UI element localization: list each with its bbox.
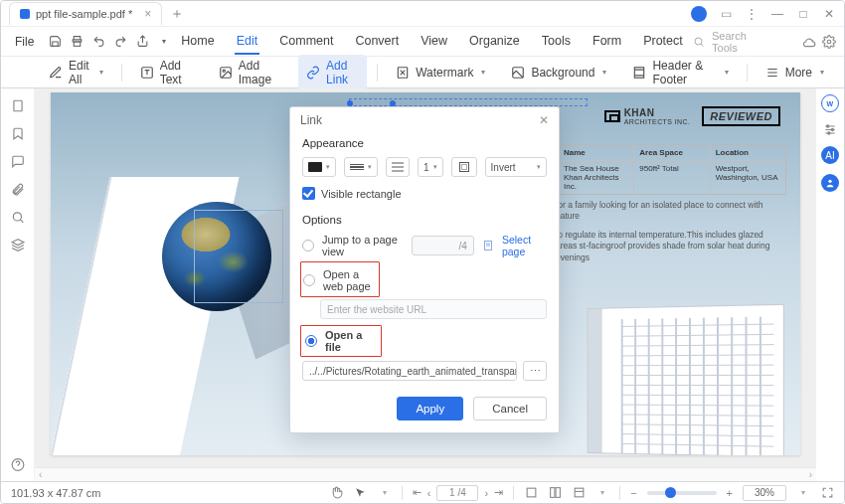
page-number-input[interactable]: /4 bbox=[412, 236, 474, 255]
fit-width-icon[interactable] bbox=[524, 486, 538, 500]
zoom-in-icon[interactable]: + bbox=[727, 487, 733, 499]
document-tab[interactable]: ppt file-sample.pdf * × bbox=[9, 2, 162, 25]
minimize-button[interactable]: — bbox=[770, 7, 784, 21]
hand-tool-icon[interactable] bbox=[330, 486, 344, 500]
help-icon[interactable] bbox=[11, 457, 25, 471]
menu-bar: File ▾ Home Edit Comment Convert View Or… bbox=[1, 27, 844, 57]
open-web-label: Open a web page bbox=[323, 268, 377, 292]
tab-comment[interactable]: Comment bbox=[277, 28, 335, 55]
scroll-left-icon[interactable]: ‹ bbox=[39, 469, 42, 480]
more-button[interactable]: More▾ bbox=[758, 62, 832, 84]
tab-close-icon[interactable]: × bbox=[144, 7, 151, 21]
tab-edit[interactable]: Edit bbox=[235, 28, 260, 55]
tab-organize[interactable]: Organize bbox=[467, 28, 522, 55]
tab-home[interactable]: Home bbox=[179, 28, 216, 55]
ai-assistant-icon[interactable]: AI bbox=[821, 146, 839, 164]
prev-page-icon[interactable]: ‹ bbox=[427, 487, 431, 499]
undo-icon[interactable] bbox=[91, 35, 105, 49]
svg-rect-39 bbox=[550, 488, 554, 498]
body-text-1: for a family looking for an isolated pla… bbox=[556, 200, 786, 223]
svg-line-3 bbox=[701, 44, 704, 47]
view-caret-icon[interactable]: ▾ bbox=[595, 486, 609, 500]
tab-convert[interactable]: Convert bbox=[353, 28, 401, 55]
zoom-value[interactable]: 30% bbox=[743, 485, 786, 501]
header-footer-button[interactable]: Header & Footer▾ bbox=[624, 55, 736, 90]
tab-form[interactable]: Form bbox=[591, 28, 623, 55]
add-text-button[interactable]: Add Text bbox=[132, 55, 201, 90]
jump-page-label: Jump to a page view bbox=[322, 234, 404, 257]
tab-protect[interactable]: Protect bbox=[641, 28, 685, 55]
page-indicator[interactable]: 1 /4 bbox=[436, 485, 478, 501]
maximize-button[interactable]: □ bbox=[796, 7, 810, 21]
link-icon bbox=[306, 66, 320, 80]
jump-page-radio[interactable] bbox=[302, 240, 314, 252]
word-export-icon[interactable]: W bbox=[821, 94, 839, 112]
horizontal-scrollbar[interactable]: ‹ › bbox=[35, 467, 816, 481]
file-menu[interactable]: File bbox=[9, 31, 40, 53]
highlight-style[interactable] bbox=[451, 157, 477, 177]
qat-more-icon[interactable]: ▾ bbox=[157, 35, 171, 49]
edit-all-button[interactable]: Edit All▾ bbox=[41, 55, 111, 90]
open-file-radio[interactable] bbox=[305, 335, 317, 347]
search-placeholder[interactable]: Search Tools bbox=[712, 30, 771, 54]
notification-icon[interactable]: ▭ bbox=[719, 7, 733, 21]
svg-point-27 bbox=[831, 128, 833, 130]
url-input[interactable]: Enter the website URL bbox=[320, 299, 547, 319]
attachments-icon[interactable] bbox=[11, 182, 25, 196]
fit-page-icon[interactable] bbox=[548, 486, 562, 500]
properties-icon[interactable] bbox=[823, 122, 837, 136]
fullscreen-icon[interactable] bbox=[820, 486, 834, 500]
settings-icon[interactable] bbox=[822, 35, 836, 49]
app-icon bbox=[20, 9, 30, 19]
scroll-right-icon[interactable]: › bbox=[809, 469, 812, 480]
search-panel-icon[interactable] bbox=[11, 210, 25, 224]
zoom-out-icon[interactable]: − bbox=[630, 487, 636, 499]
cancel-button[interactable]: Cancel bbox=[473, 397, 547, 420]
save-icon[interactable] bbox=[48, 35, 62, 49]
comments-icon[interactable] bbox=[11, 154, 25, 168]
tab-tools[interactable]: Tools bbox=[540, 28, 573, 55]
select-page-link[interactable]: Select page bbox=[502, 234, 547, 257]
first-page-icon[interactable]: ⇤ bbox=[413, 486, 422, 499]
assistant-icon[interactable] bbox=[821, 174, 839, 192]
search-icon[interactable] bbox=[693, 35, 706, 49]
line-style-picker[interactable]: ▾ bbox=[344, 157, 378, 177]
selection-box[interactable] bbox=[194, 210, 283, 303]
last-page-icon[interactable]: ⇥ bbox=[494, 486, 503, 499]
print-icon[interactable] bbox=[70, 35, 84, 49]
visible-rectangle-checkbox[interactable] bbox=[302, 187, 315, 200]
thickness-input[interactable]: 1▾ bbox=[418, 157, 443, 177]
background-button[interactable]: Background▾ bbox=[503, 62, 614, 84]
user-avatar-icon[interactable] bbox=[691, 6, 707, 22]
svg-point-7 bbox=[223, 70, 225, 72]
dialog-close-icon[interactable]: ✕ bbox=[539, 113, 549, 127]
menu-icon bbox=[765, 66, 779, 80]
cloud-icon[interactable] bbox=[802, 35, 816, 49]
zoom-slider[interactable] bbox=[647, 491, 717, 495]
next-page-icon[interactable]: › bbox=[484, 487, 488, 499]
tools-caret-icon[interactable]: ▾ bbox=[378, 486, 392, 500]
kebab-menu-icon[interactable]: ⋮ bbox=[745, 7, 759, 21]
bookmarks-icon[interactable] bbox=[11, 126, 25, 140]
file-path-field[interactable]: ../../Pictures/Rotating_earth_animated_t… bbox=[302, 361, 517, 381]
zoom-caret-icon[interactable]: ▾ bbox=[796, 486, 810, 500]
close-button[interactable]: ✕ bbox=[822, 7, 836, 21]
redo-icon[interactable] bbox=[113, 35, 127, 49]
tab-view[interactable]: View bbox=[419, 28, 449, 55]
status-bar: 101.93 x 47.87 cm ▾ ⇤ ‹ 1 /4 › ⇥ ▾ − + 3… bbox=[1, 481, 844, 503]
share-icon[interactable] bbox=[135, 35, 149, 49]
browse-file-button[interactable]: ⋯ bbox=[523, 361, 547, 381]
color-picker[interactable]: ▾ bbox=[302, 157, 336, 177]
new-tab-button[interactable]: ＋ bbox=[170, 5, 184, 23]
add-link-button[interactable]: Add Link bbox=[298, 55, 367, 90]
align-picker[interactable] bbox=[386, 157, 410, 177]
select-tool-icon[interactable] bbox=[354, 486, 368, 500]
apply-button[interactable]: Apply bbox=[397, 397, 463, 420]
reading-mode-icon[interactable] bbox=[572, 486, 586, 500]
invert-select[interactable]: Invert▾ bbox=[485, 157, 547, 177]
add-image-button[interactable]: Add Image bbox=[211, 55, 288, 90]
thumbnails-icon[interactable] bbox=[11, 98, 25, 112]
open-web-radio[interactable] bbox=[303, 274, 315, 286]
watermark-button[interactable]: Watermark▾ bbox=[388, 62, 493, 84]
layers-icon[interactable] bbox=[11, 238, 25, 252]
